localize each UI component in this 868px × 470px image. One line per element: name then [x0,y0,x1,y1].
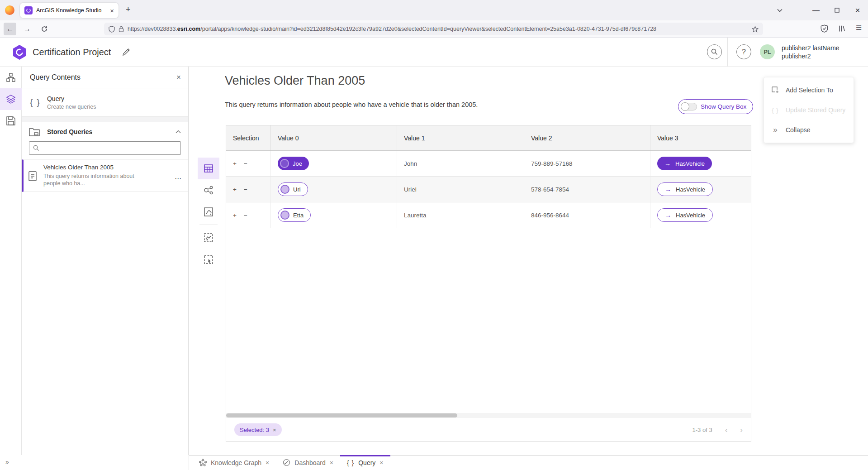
browser-tab[interactable]: ArcGIS Knowledge Studio × [20,3,119,18]
back-button[interactable]: ← [4,23,16,35]
window-minimize-button[interactable]: — [806,0,826,20]
hamburger-menu-icon[interactable]: ☰ [856,24,862,32]
menu-item-add-selection-to[interactable]: Add Selection To [764,80,854,100]
menu-item-collapse[interactable]: » Collapse [764,120,854,140]
stored-query-list-item[interactable]: Vehicles Older Than 2005 This query retu… [22,159,188,192]
reload-button[interactable] [38,23,51,35]
chart-view-button[interactable] [198,201,219,223]
selection-tools-button[interactable] [198,249,219,270]
stored-queries-header[interactable]: Stored Queries [22,122,188,141]
toggle-switch[interactable] [681,103,697,110]
edit-pencil-icon[interactable] [122,48,131,56]
query-item-subtitle: Create new queries [47,104,96,110]
help-button[interactable]: ? [736,44,751,59]
url-text[interactable]: https://dev0028833.esri.com/portal/apps/… [128,26,748,32]
scrollbar-thumb[interactable] [226,413,457,417]
tab-dashboard[interactable]: Dashboard × [276,455,340,470]
select-remove-button[interactable]: − [244,186,247,193]
search-input[interactable] [42,145,177,152]
rail-contents-button[interactable] [0,88,22,110]
browser-window: ArcGIS Knowledge Studio × + — × ← → http… [0,0,868,470]
lock-icon[interactable] [119,26,124,32]
table-header-row: Selection Value 0 Value 1 Value 2 Value … [226,125,751,151]
braces-icon: { } [347,459,354,466]
selected-count-chip[interactable]: Selected: 3 × [234,423,282,436]
user-name[interactable]: publisher2 lastName publisher2 [782,44,840,60]
cell-value2[interactable]: 846-956-8644 [524,202,650,228]
firefox-icon[interactable] [5,5,14,15]
search-button[interactable] [707,44,722,59]
window-close-button[interactable]: × [848,0,868,20]
link-chart-view-button[interactable] [198,179,219,201]
tab-close-icon[interactable]: × [110,7,114,14]
column-header-value1[interactable]: Value 1 [397,125,524,150]
select-remove-button[interactable]: − [244,212,247,219]
column-header-value0[interactable]: Value 0 [271,125,397,150]
rail-save-button[interactable] [0,110,22,132]
select-add-button[interactable]: + [233,160,237,167]
cell-value1[interactable]: Lauretta [397,202,524,228]
table-row[interactable]: + − Uri Uriel 578-654-7854 →HasVehicle [226,177,751,202]
table-row[interactable]: + − Joe John 759-889-57168 →HasVehicle [226,151,751,177]
relationship-pill[interactable]: →HasVehicle [657,157,712,170]
page-next-icon[interactable]: › [740,426,743,434]
app-header: Certification Project ? PL publisher2 la… [0,38,868,67]
entity-pill[interactable]: Etta [278,208,311,222]
cell-value2[interactable]: 759-889-57168 [524,151,650,176]
select-remove-button[interactable]: − [244,160,247,167]
tab-knowledge-graph[interactable]: Knowledge Graph × [192,455,276,470]
table-row[interactable]: + − Etta Lauretta 846-956-8644 →HasVehic… [226,202,751,228]
relationship-pill[interactable]: →HasVehicle [657,182,713,196]
arrow-right-icon: → [665,186,671,193]
entity-label: Etta [293,212,304,219]
forward-button[interactable]: → [21,23,33,35]
tab-close-icon[interactable]: × [266,459,269,466]
query-item-title: Query [47,95,96,102]
clear-selection-icon[interactable]: × [273,427,276,433]
chevron-up-icon[interactable] [175,130,181,134]
select-add-button[interactable]: + [233,212,237,219]
knowledge-graph-icon [199,459,207,466]
account-shield-icon[interactable] [821,24,828,33]
stored-query-options-icon[interactable]: ⋯ [175,174,182,182]
tab-query[interactable]: { } Query × [340,455,390,470]
tab-label: Knowledge Graph [211,459,261,466]
column-header-value2[interactable]: Value 2 [524,125,650,150]
relationship-pill[interactable]: →HasVehicle [657,208,713,222]
page-previous-icon[interactable]: ‹ [725,426,728,434]
entity-pill[interactable]: Joe [278,157,309,170]
table-view-button[interactable] [198,158,219,179]
query-item[interactable]: { } Query Create new queries [22,88,188,116]
shield-icon[interactable] [109,26,115,33]
map-view-button[interactable] [198,227,219,249]
list-tabs-chevron-icon[interactable] [770,0,790,20]
column-header-value3[interactable]: Value 3 [650,125,751,150]
rail-data-model-button[interactable] [0,67,22,88]
panel-header: Query Contents × [22,67,188,88]
address-bar[interactable]: https://dev0028833.esri.com/portal/apps/… [104,23,763,35]
folder-icon [29,127,40,137]
tab-close-icon[interactable]: × [379,459,383,466]
column-header-selection[interactable]: Selection [226,125,271,150]
header-divider [727,38,728,67]
select-add-button[interactable]: + [233,186,237,193]
bookmark-star-icon[interactable] [752,26,759,33]
cell-value1[interactable]: John [397,151,524,176]
user-name-line2: publisher2 [782,52,840,60]
cell-value2[interactable]: 578-654-7854 [524,177,650,202]
new-tab-button[interactable]: + [126,5,131,14]
url-prefix: https://dev0028833. [128,26,177,32]
entity-pill[interactable]: Uri [278,182,308,196]
panel-close-icon[interactable]: × [176,73,181,82]
library-icon[interactable] [838,24,846,33]
relationship-label: HasVehicle [675,160,705,167]
stored-queries-search[interactable] [29,141,181,155]
cell-value1[interactable]: Uriel [397,177,524,202]
menu-item-update-stored-query[interactable]: { } Update Stored Query [764,100,854,120]
tab-close-icon[interactable]: × [330,459,333,466]
user-avatar[interactable]: PL [760,44,775,59]
show-query-box-toggle[interactable]: Show Query Box [678,99,753,114]
horizontal-scrollbar[interactable] [226,413,751,418]
expand-double-chevron-icon[interactable]: » [5,458,9,465]
window-maximize-button[interactable] [827,0,847,20]
